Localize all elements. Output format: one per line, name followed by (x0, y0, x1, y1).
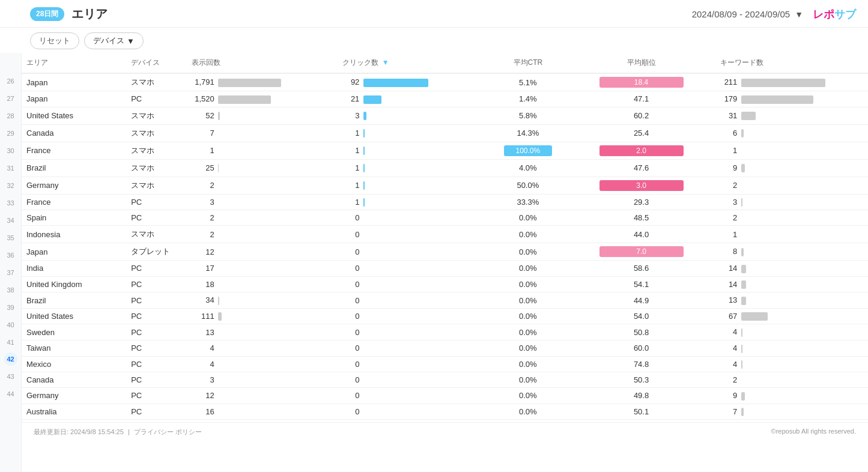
impressions-cell: 2 (188, 210, 339, 226)
table-row: Germany スマホ 2 1 50.0% 3.0 2 (22, 177, 868, 194)
toolbar: リセット デバイス ▼ (0, 28, 868, 53)
table-row: France スマホ 1 1 100.0% 2.0 1 (22, 142, 868, 159)
clicks-cell: 0 (339, 210, 490, 226)
rank-cell: 50.1 (566, 404, 717, 420)
area-cell: Indonesia (22, 226, 127, 243)
line-num-35: 35 (0, 229, 21, 246)
clicks-cell: 0 (339, 308, 490, 324)
impressions-cell: 34 (188, 292, 339, 309)
rank-cell: 49.8 (566, 388, 717, 404)
keywords-cell: 7 (717, 404, 868, 420)
keywords-cell: 2 (717, 210, 868, 226)
device-dropdown[interactable]: デバイス ▼ (84, 32, 144, 49)
rank-cell: 44.0 (566, 226, 717, 243)
line-num-27: 27 (0, 89, 21, 107)
line-num-31: 31 (0, 159, 21, 177)
area-cell: India (22, 261, 127, 277)
area-cell: Japan (22, 73, 127, 91)
last-updated: 最終更新日: 2024/9/8 15:54:25 (34, 428, 124, 435)
clicks-cell: 1 (339, 177, 490, 194)
ctr-cell: 0.0% (490, 261, 566, 277)
table-row: Australia PC 16 0 0.0% 50.1 7 (22, 404, 868, 420)
rank-cell: 29.3 (566, 194, 717, 210)
line-num-29: 29 (0, 124, 21, 142)
reset-button[interactable]: リセット (30, 32, 79, 49)
impressions-cell: 4 (188, 356, 339, 372)
device-cell: PC (127, 276, 188, 292)
table-row: United States スマホ 52 3 5.8% 60.2 31 (22, 107, 868, 124)
line-num-33: 33 (0, 194, 21, 211)
device-cell: PC (127, 292, 188, 309)
area-cell: United Kingdom (22, 276, 127, 292)
privacy-link[interactable]: プライバシー ポリシー (134, 428, 202, 435)
table-row: Spain PC 2 0 0.0% 48.5 2 (22, 210, 868, 226)
clicks-cell: 0 (339, 226, 490, 243)
keywords-cell: 179 (717, 91, 868, 107)
keywords-cell: 2 (717, 372, 868, 388)
line-num-41: 41 (0, 333, 21, 351)
rank-cell: 50.8 (566, 324, 717, 340)
impressions-cell: 2 (188, 177, 339, 194)
area-cell: Spain (22, 210, 127, 226)
impressions-cell: 1,520 (188, 91, 339, 107)
keywords-cell: 4 (717, 356, 868, 372)
rank-cell: 60.2 (566, 107, 717, 124)
ctr-cell: 0.0% (490, 356, 566, 372)
clicks-cell: 0 (339, 340, 490, 356)
device-cell: PC (127, 372, 188, 388)
clicks-cell: 0 (339, 404, 490, 420)
line-num-26: 26 (0, 72, 21, 89)
area-cell: Canada (22, 372, 127, 388)
keywords-cell: 9 (717, 388, 868, 404)
line-numbers-column: 26 27 28 29 30 31 32 33 34 35 36 37 38 3… (0, 53, 22, 472)
line-num-37: 37 (0, 264, 21, 281)
area-cell: Brazil (22, 159, 127, 177)
page-title: エリア (71, 6, 108, 22)
clicks-cell: 0 (339, 276, 490, 292)
impressions-cell: 3 (188, 194, 339, 210)
clicks-cell: 1 (339, 194, 490, 210)
rank-cell: 50.3 (566, 372, 717, 388)
header-clicks[interactable]: クリック数 ▼ (339, 53, 490, 73)
keywords-cell: 14 (717, 261, 868, 277)
date-dropdown-button[interactable]: ▼ (795, 10, 803, 19)
impressions-cell: 1 (188, 142, 339, 159)
keywords-cell: 31 (717, 107, 868, 124)
ctr-cell: 0.0% (490, 404, 566, 420)
rank-cell: 54.1 (566, 276, 717, 292)
area-cell: Brazil (22, 292, 127, 309)
rank-cell: 2.0 (566, 142, 717, 159)
keywords-cell: 1 (717, 142, 868, 159)
table-row: Canada PC 3 0 0.0% 50.3 2 (22, 372, 868, 388)
rank-cell: 47.6 (566, 159, 717, 177)
rank-cell: 74.8 (566, 356, 717, 372)
device-cell: スマホ (127, 73, 188, 91)
rank-cell: 58.6 (566, 261, 717, 277)
keywords-cell: 9 (717, 159, 868, 177)
ctr-cell: 0.0% (490, 308, 566, 324)
keywords-cell: 1 (717, 226, 868, 243)
table-header-row: エリア デバイス 表示回数 クリック数 ▼ 平均CTR 平均順位 キーワード数 (22, 53, 868, 73)
ctr-cell: 0.0% (490, 226, 566, 243)
table-row: Sweden PC 13 0 0.0% 50.8 4 (22, 324, 868, 340)
clicks-cell: 0 (339, 372, 490, 388)
device-cell: PC (127, 324, 188, 340)
keywords-cell: 14 (717, 276, 868, 292)
device-cell: PC (127, 91, 188, 107)
line-num-40: 40 (0, 316, 21, 333)
line-num-39: 39 (0, 298, 21, 316)
area-cell: United States (22, 107, 127, 124)
line-num-44: 44 (0, 385, 21, 402)
header-ctr: 平均CTR (490, 53, 566, 73)
impressions-cell: 1,791 (188, 73, 339, 91)
area-cell: Taiwan (22, 340, 127, 356)
device-cell: PC (127, 261, 188, 277)
ctr-cell: 50.0% (490, 177, 566, 194)
device-cell: タブレット (127, 243, 188, 261)
line-num-42-active: 42 (4, 352, 17, 366)
rank-cell: 60.0 (566, 340, 717, 356)
ctr-cell: 4.0% (490, 159, 566, 177)
device-cell: スマホ (127, 142, 188, 159)
impressions-cell: 111 (188, 308, 339, 324)
area-cell: United States (22, 308, 127, 324)
